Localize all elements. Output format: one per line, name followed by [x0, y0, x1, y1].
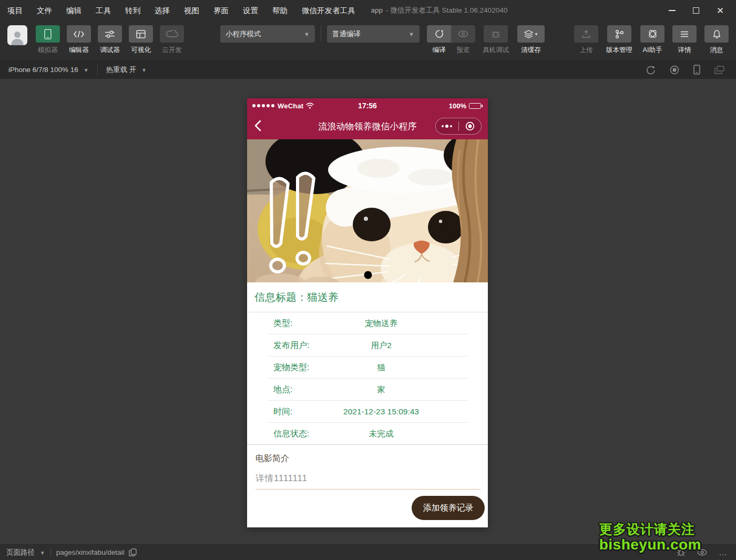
menu-item-view[interactable]: 视图	[184, 6, 199, 16]
chevron-down-icon: ▼	[40, 550, 45, 556]
menu-item-devtools[interactable]: 微信开发者工具	[302, 6, 355, 16]
bug-icon	[491, 29, 500, 39]
capsule-buttons	[435, 118, 482, 135]
toolbar-divider	[321, 26, 321, 42]
action-messages[interactable]: 消息	[704, 25, 729, 55]
tool-simulator[interactable]: 模拟器	[36, 25, 60, 55]
copy-icon[interactable]	[129, 548, 137, 556]
pet-photo[interactable]	[247, 139, 488, 282]
action-version[interactable]: 版本管理	[606, 25, 632, 55]
cat-photo-illustration	[247, 139, 488, 282]
description-section: 电影简介 详情1111111	[247, 445, 488, 490]
debugger-label: 调试器	[100, 46, 120, 55]
visualization-button[interactable]	[129, 25, 153, 43]
description-input[interactable]: 详情1111111	[255, 473, 481, 490]
tool-debugger[interactable]: 调试器	[98, 25, 122, 55]
user-avatar[interactable]	[7, 25, 27, 45]
chevron-down-icon: ▼	[304, 31, 310, 37]
simbar-divider	[97, 65, 98, 75]
cloud-icon	[166, 30, 178, 38]
stop-icon[interactable]	[670, 65, 679, 75]
action-compile[interactable]: 编译	[427, 25, 451, 55]
maximize-icon	[693, 7, 699, 14]
layers-icon	[524, 30, 533, 38]
menu-item-project[interactable]: 项目	[7, 6, 23, 16]
row-label: 发布用户:	[273, 340, 309, 351]
more-button[interactable]	[436, 125, 458, 128]
home-button[interactable]	[459, 121, 482, 131]
minimize-icon	[669, 10, 676, 11]
menu-item-select[interactable]: 选择	[155, 6, 170, 16]
menu-item-help[interactable]: 帮助	[272, 6, 288, 16]
minimize-button[interactable]	[668, 6, 676, 15]
detach-window-icon[interactable]	[714, 66, 724, 74]
person-icon	[9, 29, 25, 45]
phone-simulator: 17:56 WeChat 100% 流浪动物领养微信小程序	[247, 98, 488, 527]
details-label: 详情	[678, 46, 691, 55]
compile-preview-group: 编译 预览	[427, 25, 483, 55]
ai-assistant-label: AI助手	[643, 46, 662, 55]
row-value: 宠物送养	[321, 318, 442, 329]
menu-item-interface[interactable]: 界面	[213, 6, 229, 16]
action-ai[interactable]: AI助手	[640, 25, 665, 55]
phone-status-bar: 17:56 WeChat 100%	[247, 98, 488, 113]
device-selector[interactable]: iPhone 6/7/8 100% 16 ▼	[8, 66, 89, 74]
action-details[interactable]: 详情	[672, 25, 697, 55]
debugger-button[interactable]	[98, 25, 122, 43]
menu-item-file[interactable]: 文件	[37, 6, 52, 16]
page-path-selector[interactable]: 页面路径 ▼	[6, 548, 48, 557]
device-debug-button	[484, 25, 508, 43]
simulator-button[interactable]	[36, 25, 60, 43]
detail-row-status: 信息状态: 未完成	[247, 423, 488, 445]
tool-cloud[interactable]: 云开发	[160, 25, 184, 55]
simbar-icons	[646, 65, 728, 75]
phone-icon	[44, 29, 52, 39]
compile-label: 编译	[433, 46, 446, 55]
title-separator: -	[386, 6, 389, 14]
details-button[interactable]	[672, 25, 697, 43]
upload-label: 上传	[580, 46, 593, 55]
chevron-down-icon: ▼	[408, 31, 414, 37]
row-label: 信息状态:	[273, 429, 309, 440]
version-control-button[interactable]	[607, 25, 631, 43]
detail-row-publisher: 发布用户: 用户2	[247, 334, 488, 357]
action-device-debug: 真机调试	[483, 25, 509, 55]
menu-item-settings[interactable]: 设置	[243, 6, 258, 16]
more-options-icon[interactable]: …	[719, 550, 728, 555]
sliders-icon	[105, 30, 115, 38]
device-frame-icon[interactable]	[693, 65, 700, 75]
project-name: app	[371, 6, 383, 14]
device-selector-value: iPhone 6/7/8 100% 16	[8, 66, 78, 74]
compile-mode-value: 普通编译	[332, 29, 361, 39]
ai-assistant-button[interactable]	[640, 25, 665, 43]
preview-label: 预览	[457, 46, 470, 55]
detail-row-pet-type: 宠物类型: 猫	[247, 357, 488, 379]
editor-button[interactable]	[67, 25, 91, 43]
messages-button[interactable]	[704, 25, 729, 43]
menu-item-goto[interactable]: 转到	[125, 6, 140, 16]
restart-icon[interactable]	[646, 65, 656, 75]
window-controls: ✕	[668, 6, 729, 15]
watermark-line1: 更多设计请关注	[599, 522, 701, 536]
back-icon[interactable]	[254, 120, 261, 131]
record-circle-icon	[465, 121, 475, 131]
menu-item-tools[interactable]: 工具	[96, 6, 111, 16]
maximize-button[interactable]	[692, 6, 700, 15]
action-button-row: 添加领养记录	[247, 490, 488, 520]
description-label: 电影简介	[255, 453, 479, 464]
add-adoption-record-button[interactable]: 添加领养记录	[412, 496, 485, 520]
close-button[interactable]: ✕	[716, 6, 724, 15]
compile-mode-select[interactable]: 普通编译 ▼	[327, 25, 420, 43]
row-value: 2021-12-23 15:09:43	[321, 407, 442, 416]
tool-editor[interactable]: 编辑器	[67, 25, 91, 55]
clear-cache-button[interactable]: ▾	[517, 25, 545, 43]
bottombar-divider	[50, 548, 51, 557]
row-value: 未完成	[321, 429, 442, 440]
compile-button[interactable]	[427, 25, 451, 43]
action-clear-cache[interactable]: ▾ 清缓存	[517, 25, 545, 55]
tool-visualization[interactable]: 可视化	[129, 25, 153, 55]
mode-select[interactable]: 小程序模式 ▼	[220, 25, 315, 43]
menu-item-edit[interactable]: 编辑	[66, 6, 81, 16]
hot-reload-toggle[interactable]: 热重载 开 ▼	[106, 65, 147, 75]
ai-assistant-icon	[648, 29, 658, 39]
